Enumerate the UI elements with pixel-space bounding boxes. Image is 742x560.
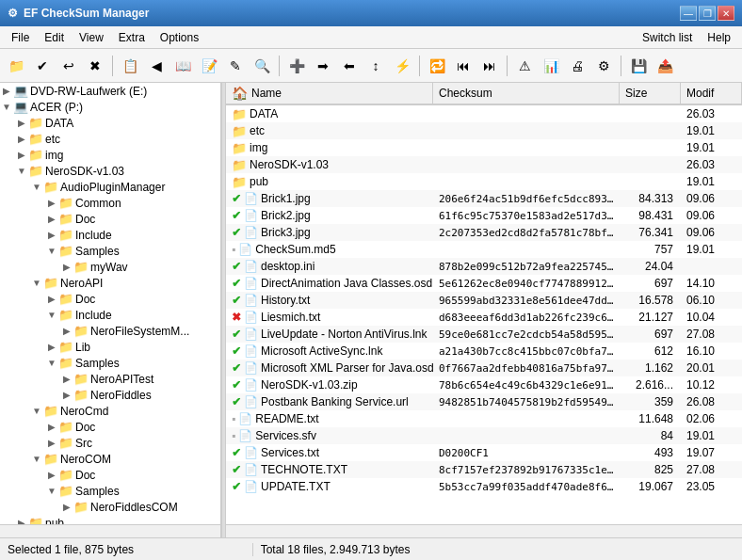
tree-item-nero-com[interactable]: ▼📁NeroCOM <box>0 451 220 467</box>
file-row[interactable]: ✔📄NeroSDK-v1.03.zip78b6c654e4c49c6b4329c… <box>226 376 742 393</box>
tree-item-nero-cmd-doc[interactable]: ▶📁Doc <box>0 419 220 435</box>
toolbar-warn[interactable]: ⚠ <box>512 54 537 78</box>
tree-item-common[interactable]: ▶📁Common <box>0 195 220 211</box>
expand-icon[interactable]: ▶ <box>45 437 58 450</box>
toolbar-cancel[interactable]: ✖ <box>83 54 107 78</box>
expand-icon[interactable]: ▶ <box>45 421 58 434</box>
menu-switchlist[interactable]: Switch list <box>635 29 700 46</box>
tree-item-include[interactable]: ▶📁Include <box>0 227 220 243</box>
file-row[interactable]: ✔📄Microsoft XML Parser for Java.osd0f766… <box>226 360 742 376</box>
col-header-size[interactable]: Size <box>620 83 681 104</box>
tree-item-data[interactable]: ▶📁DATA <box>0 115 220 131</box>
file-hscroll[interactable] <box>226 524 742 537</box>
file-row[interactable]: ✔📄Brick3.jpg2c207353ed2cd8d2fa5781c78bf3… <box>226 224 742 241</box>
minimize-button[interactable]: — <box>680 6 697 21</box>
expand-icon[interactable]: ▼ <box>30 405 43 418</box>
file-row[interactable]: ▪📄CheckSum.md575719.01 <box>226 241 742 258</box>
expand-icon[interactable]: ▼ <box>30 181 43 194</box>
expand-icon[interactable]: ▶ <box>45 213 58 226</box>
expand-icon[interactable]: ▶ <box>45 469 58 482</box>
tree-item-neuroapitest[interactable]: ▶📁NeroAPITest <box>0 371 220 387</box>
tree-item-nero-sdk[interactable]: ▼📁NeroSDK-v1.03 <box>0 163 220 179</box>
tree-item-nerofilesystem[interactable]: ▶📁NeroFileSystemM... <box>0 323 220 339</box>
menu-help[interactable]: Help <box>700 29 738 46</box>
tree-item-neroapi-lib[interactable]: ▶📁Lib <box>0 339 220 355</box>
col-header-modif[interactable]: Modif <box>681 83 742 104</box>
expand-icon[interactable]: ▼ <box>45 245 58 258</box>
col-header-checksum[interactable]: Checksum <box>433 83 620 104</box>
toolbar-export[interactable]: 📤 <box>653 54 677 78</box>
file-row[interactable]: ✔📄Services.txtD0200CF149319.07 <box>226 444 742 461</box>
tree-item-neroapi-include[interactable]: ▼📁Include <box>0 307 220 323</box>
expand-icon[interactable]: ▶ <box>45 341 58 354</box>
expand-icon[interactable]: ▼ <box>30 453 43 466</box>
tree-hscroll[interactable] <box>0 524 220 537</box>
toolbar-open2[interactable]: 📖 <box>170 54 195 78</box>
expand-icon[interactable]: ▶ <box>60 261 73 274</box>
expand-icon[interactable]: ▶ <box>15 517 28 525</box>
expand-icon[interactable]: ▶ <box>45 197 58 210</box>
file-row[interactable]: ✖📄Liesmich.txtd683eeeaf6dd3d1ab226fc239c… <box>226 309 742 326</box>
tree-item-mywav[interactable]: ▶📁myWav <box>0 259 220 275</box>
expand-icon[interactable]: ▶ <box>15 149 28 162</box>
menu-options[interactable]: Options <box>153 29 206 46</box>
expand-icon[interactable]: ▶ <box>60 389 73 402</box>
expand-icon[interactable]: ▶ <box>60 325 73 338</box>
toolbar-write[interactable]: ✎ <box>223 54 248 78</box>
tree-item-neroapi-doc[interactable]: ▶📁Doc <box>0 291 220 307</box>
toolbar-chart[interactable]: 📊 <box>539 54 563 78</box>
expand-icon[interactable]: ▼ <box>30 277 43 290</box>
tree-item-neurofiddles[interactable]: ▶📁NeroFiddles <box>0 387 220 403</box>
file-row[interactable]: ✔📄History.txt965599abd32331e8e561dee47dd… <box>226 292 742 309</box>
toolbar-open[interactable]: 📁 <box>4 54 28 78</box>
tree-item-audio-plugin[interactable]: ▼📁AudioPluginManager <box>0 179 220 195</box>
toolbar-check[interactable]: ✔ <box>30 54 55 78</box>
tree-item-neroapi-samples[interactable]: ▼📁Samples <box>0 355 220 371</box>
expand-icon[interactable]: ▼ <box>45 309 58 322</box>
tree-item-samples[interactable]: ▼📁Samples <box>0 243 220 259</box>
expand-icon[interactable]: ▶ <box>15 117 28 130</box>
restore-button[interactable]: ❐ <box>699 6 716 21</box>
close-button[interactable]: ✕ <box>718 6 734 21</box>
file-row[interactable]: 📁NeroSDK-v1.0326.03 <box>226 156 742 173</box>
file-row[interactable]: ✔📄DirectAnimation Java Classes.osd5e6126… <box>226 275 742 292</box>
toolbar-forward[interactable]: ➡ <box>311 54 335 78</box>
file-row[interactable]: ✔📄LiveUpdate - Norton AntiVirus.lnk59ce0… <box>226 326 742 343</box>
col-header-name[interactable]: 🏠 Name <box>226 83 433 104</box>
toolbar-copy[interactable]: 📋 <box>118 54 142 78</box>
file-row[interactable]: ✔📄UPDATE.TXT5b53cc7a99f035addf470ade8f6a… <box>226 478 742 495</box>
toolbar-first[interactable]: ⏮ <box>451 54 476 78</box>
toolbar-prev[interactable]: ⬅ <box>337 54 362 78</box>
expand-icon[interactable]: ▼ <box>0 101 13 114</box>
tree-item-nero-cmd[interactable]: ▼📁NeroCmd <box>0 403 220 419</box>
tree-item-nero-com-doc[interactable]: ▶📁Doc <box>0 467 220 483</box>
toolbar-back[interactable]: ◀ <box>144 54 169 78</box>
file-row[interactable]: 📁etc19.01 <box>226 122 742 139</box>
toolbar-undo[interactable]: ↩ <box>56 54 81 78</box>
tree-item-etc[interactable]: ▶📁etc <box>0 131 220 147</box>
tree-item-doc[interactable]: ▶📁Doc <box>0 211 220 227</box>
toolbar-search[interactable]: 🔍 <box>250 54 274 78</box>
toolbar-edit[interactable]: 📝 <box>197 54 221 78</box>
expand-icon[interactable]: ▼ <box>45 357 58 370</box>
toolbar-last[interactable]: ⏭ <box>477 54 502 78</box>
tree-item-acer[interactable]: ▼💻ACER (P:) <box>0 99 220 115</box>
file-row[interactable]: ✔📄Brick2.jpg61f6c95c75370e1583ad2e517d31… <box>226 207 742 224</box>
tree-item-img[interactable]: ▶📁img <box>0 147 220 163</box>
tree-item-nerofiddlescom[interactable]: ▶📁NeroFiddlesCOM <box>0 499 220 515</box>
file-row[interactable]: ▪📄Services.sfv8419.01 <box>226 427 742 444</box>
menu-file[interactable]: File <box>4 29 37 46</box>
tree-body[interactable]: ▶💻DVD-RW-Laufwerk (E:)▼💻ACER (P:)▶📁DATA▶… <box>0 83 220 524</box>
menu-extra[interactable]: Extra <box>111 29 153 46</box>
expand-icon[interactable]: ▼ <box>45 485 58 498</box>
tree-item-nero-com-samples[interactable]: ▼📁Samples <box>0 483 220 499</box>
expand-icon[interactable]: ▶ <box>45 229 58 242</box>
tree-item-nero-api[interactable]: ▼📁NeroAPI <box>0 275 220 291</box>
toolbar-print[interactable]: 🖨 <box>565 54 589 78</box>
toolbar-lightning[interactable]: ⚡ <box>390 54 414 78</box>
menu-edit[interactable]: Edit <box>37 29 72 46</box>
file-row[interactable]: 📁pub19.01 <box>226 173 742 190</box>
tree-item-pub[interactable]: ▶📁pub <box>0 515 220 524</box>
file-row[interactable]: ✔📄Postbank Banking Service.url9482851b74… <box>226 393 742 410</box>
toolbar-add[interactable]: ➕ <box>284 54 309 78</box>
